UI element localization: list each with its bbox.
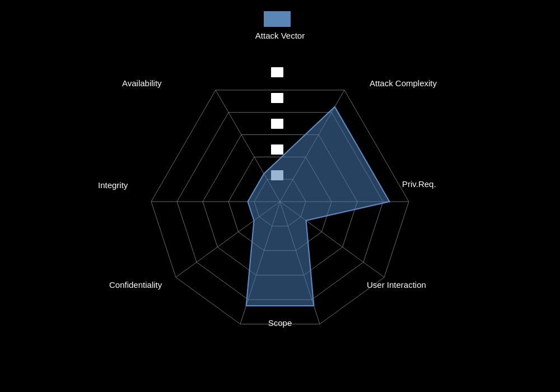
label-attack-vector: Attack Vector [255, 31, 305, 40]
label-priv-req: Priv.Req. [402, 179, 436, 189]
svg-text:4: 4 [272, 146, 276, 155]
label-attack-complexity: Attack Complexity [370, 78, 437, 88]
chart-container: .grid-line { fill: none; stroke: #888; s… [0, 0, 560, 392]
svg-text:8: 8 [272, 95, 276, 103]
svg-marker-23 [246, 107, 390, 306]
label-user-interaction: User Interaction [367, 280, 426, 290]
label-confidentiality: Confidentiality [109, 280, 162, 290]
radar-chart: .grid-line { fill: none; stroke: #888; s… [0, 0, 560, 392]
svg-text:10: 10 [270, 69, 278, 77]
svg-text:6: 6 [272, 120, 276, 129]
label-scope: Scope [268, 318, 292, 328]
label-availability: Availability [122, 78, 162, 88]
label-integrity: Integrity [98, 180, 128, 190]
